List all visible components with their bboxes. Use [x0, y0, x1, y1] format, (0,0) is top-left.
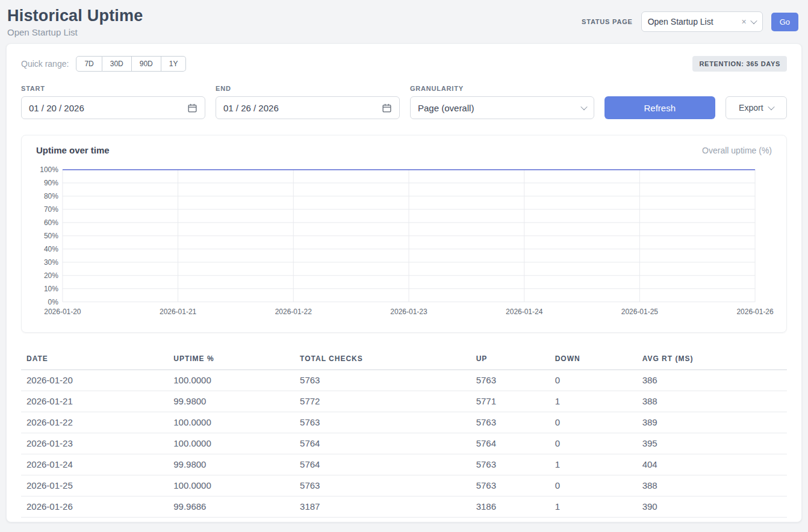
quick-range-row: Quick range: 7D30D90D1Y RETENTION: 365 D… — [21, 56, 787, 72]
svg-text:40%: 40% — [44, 245, 58, 253]
svg-text:0%: 0% — [48, 298, 59, 306]
table-cell: 99.9686 — [168, 496, 294, 517]
quick-range-label: Quick range: — [21, 59, 69, 69]
table-cell: 1 — [550, 496, 637, 517]
quick-range-90d-button[interactable]: 90D — [132, 56, 161, 72]
svg-text:2026-01-25: 2026-01-25 — [621, 308, 659, 316]
table-cell: 388 — [637, 475, 787, 496]
svg-text:10%: 10% — [44, 285, 58, 293]
table-row: 2026-01-22100.0000576357630389 — [21, 412, 787, 433]
table-cell: 100.0000 — [168, 475, 294, 496]
uptime-line-chart: 0%10%20%30%40%50%60%70%80%90%100%2026-01… — [22, 164, 786, 325]
start-date-input[interactable]: 01 / 20 / 2026 — [21, 96, 205, 119]
table-cell: 2026-01-20 — [21, 370, 168, 391]
quick-range-7d-button[interactable]: 7D — [76, 56, 102, 72]
table-cell: 404 — [637, 454, 787, 475]
svg-text:20%: 20% — [44, 271, 58, 280]
granularity-field-group: GRANULARITY Page (overall) — [410, 85, 594, 119]
header-titles: Historical Uptime Open Startup List — [7, 7, 143, 37]
chevron-down-icon — [750, 17, 757, 24]
svg-text:60%: 60% — [44, 218, 58, 227]
table-row: 2026-01-23100.0000576457640395 — [21, 433, 787, 454]
table-cell: 5763 — [471, 370, 550, 391]
svg-text:2026-01-26: 2026-01-26 — [736, 308, 774, 316]
uptime-table: DATEUPTIME %TOTAL CHECKSUPDOWNAVG RT (MS… — [21, 348, 787, 518]
table-cell: 0 — [550, 475, 637, 496]
table-cell: 0 — [550, 370, 637, 391]
table-cell: 5763 — [294, 370, 471, 391]
table-cell: 100.0000 — [168, 412, 294, 433]
table-cell: 395 — [637, 433, 787, 454]
table-cell: 386 — [637, 370, 787, 391]
table-cell: 5763 — [471, 412, 550, 433]
table-cell: 2026-01-26 — [21, 496, 168, 517]
header-right: STATUS PAGE Open Startup List × Go — [582, 11, 798, 32]
table-cell: 2026-01-25 — [21, 475, 168, 496]
controls-row: START 01 / 20 / 2026 END 01 / 26 / 2026 … — [21, 85, 787, 119]
table-header-row: DATEUPTIME %TOTAL CHECKSUPDOWNAVG RT (MS… — [21, 348, 787, 370]
svg-text:30%: 30% — [44, 258, 58, 267]
export-button[interactable]: Export — [726, 96, 787, 119]
table-cell: 1 — [550, 454, 637, 475]
column-header: AVG RT (MS) — [637, 348, 787, 370]
table-cell: 390 — [637, 496, 787, 517]
quick-range-30d-button[interactable]: 30D — [102, 56, 132, 72]
end-date-field-group: END 01 / 26 / 2026 — [216, 85, 400, 119]
table-cell: 2026-01-23 — [21, 433, 168, 454]
calendar-icon[interactable] — [187, 103, 197, 113]
table-cell: 0 — [550, 433, 637, 454]
table-cell: 5764 — [294, 433, 471, 454]
end-date-input[interactable]: 01 / 26 / 2026 — [216, 96, 400, 119]
svg-text:2026-01-23: 2026-01-23 — [390, 308, 427, 316]
svg-text:80%: 80% — [44, 192, 58, 200]
table-row: 2026-01-2699.9686318731861390 — [21, 496, 787, 517]
table-cell: 389 — [637, 412, 787, 433]
svg-text:2026-01-24: 2026-01-24 — [506, 308, 543, 316]
column-header: TOTAL CHECKS — [294, 348, 471, 370]
page-title: Historical Uptime — [7, 7, 143, 25]
quick-range-button-group: 7D30D90D1Y — [76, 56, 186, 72]
start-date-field-group: START 01 / 20 / 2026 — [21, 85, 205, 119]
svg-text:2026-01-20: 2026-01-20 — [44, 308, 81, 316]
chevron-down-icon — [768, 104, 774, 110]
refresh-button[interactable]: Refresh — [604, 96, 715, 119]
clear-selection-icon[interactable]: × — [741, 17, 746, 26]
start-label: START — [21, 85, 205, 92]
column-header: DATE — [21, 348, 168, 370]
page-subtitle: Open Startup List — [7, 27, 143, 37]
table-cell: 2026-01-22 — [21, 412, 168, 433]
page-header: Historical Uptime Open Startup List STAT… — [0, 0, 808, 42]
chart-title: Uptime over time — [36, 145, 110, 155]
table-cell: 2026-01-21 — [21, 391, 168, 412]
svg-text:90%: 90% — [44, 179, 58, 187]
calendar-icon[interactable] — [382, 103, 392, 113]
table-cell: 0 — [550, 412, 637, 433]
table-cell: 2026-01-24 — [21, 454, 168, 475]
column-header: UP — [471, 348, 550, 370]
go-button[interactable]: Go — [771, 13, 798, 31]
table-cell: 5771 — [471, 391, 550, 412]
svg-text:100%: 100% — [40, 165, 58, 174]
export-label: Export — [739, 103, 763, 113]
quick-range-1y-button[interactable]: 1Y — [161, 56, 187, 72]
granularity-select[interactable]: Page (overall) — [410, 96, 594, 119]
table-row: 2026-01-20100.0000576357630386 — [21, 370, 787, 391]
retention-badge: RETENTION: 365 DAYS — [692, 56, 787, 72]
table-cell: 1 — [550, 391, 637, 412]
table-row: 2026-01-25100.0000576357630388 — [21, 475, 787, 496]
start-date-value: 01 / 20 / 2026 — [29, 103, 84, 113]
chart-card: Uptime over time Overall uptime (%) 0%10… — [21, 135, 787, 333]
status-page-label: STATUS PAGE — [582, 18, 633, 25]
svg-text:50%: 50% — [44, 232, 58, 240]
svg-text:70%: 70% — [44, 205, 58, 214]
table-cell: 100.0000 — [168, 433, 294, 454]
status-page-select[interactable]: Open Startup List × — [641, 11, 763, 32]
granularity-label: GRANULARITY — [410, 85, 594, 92]
table-row: 2026-01-2199.9800577257711388 — [21, 391, 787, 412]
table-cell: 5772 — [294, 391, 471, 412]
table-cell: 3187 — [294, 496, 471, 517]
svg-text:2026-01-21: 2026-01-21 — [160, 308, 197, 316]
end-label: END — [216, 85, 400, 92]
granularity-selected-value: Page (overall) — [418, 103, 474, 113]
chevron-down-icon — [580, 104, 587, 110]
